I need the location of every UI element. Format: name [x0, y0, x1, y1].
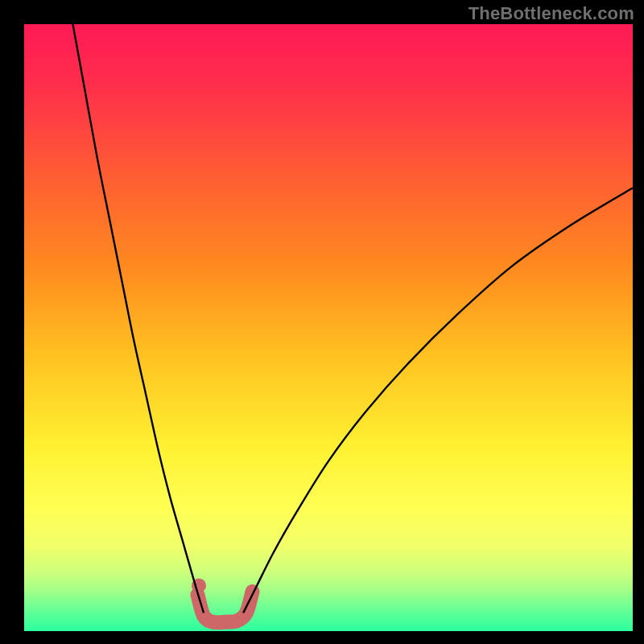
- plot-background: [24, 24, 633, 631]
- watermark-text: TheBottleneck.com: [469, 3, 634, 24]
- chart-frame: TheBottleneck.com: [0, 0, 644, 644]
- bottleneck-chart: [0, 0, 644, 644]
